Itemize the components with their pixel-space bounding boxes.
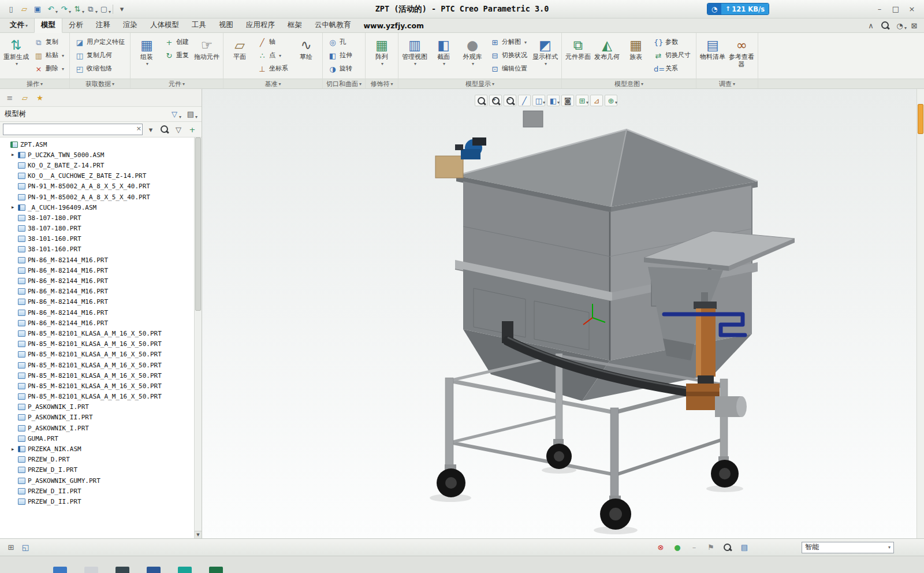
scroll-down-icon[interactable]: ▼ [195,531,202,538]
PN-85_M-82101_KLASA_A_M_16_X_50.PRT[interactable]: PN-85_M-82101_KLASA_A_M_16_X_50.PRT [10,381,193,391]
customize-qat-icon[interactable]: ▾ [116,3,128,15]
3d-model[interactable] [435,111,795,530]
minimize-button[interactable]: – [872,3,887,15]
windows-icon[interactable]: ⧉ [84,3,97,15]
appearance-gallery-button[interactable]: ● 外观库 [459,35,486,77]
close-window-icon[interactable]: ▢ [98,3,110,15]
hole-button[interactable]: ◎ 孔 [325,36,355,49]
PRZEW_D_I.PRT[interactable]: PRZEW_D_I.PRT [10,465,193,475]
capture-icon[interactable]: ◙ [561,95,574,106]
taskbar-app5-icon[interactable] [178,567,192,573]
datum-planes-icon[interactable]: ◧ [547,95,560,106]
PN-86_M-82144_M16.PRT[interactable]: PN-86_M-82144_M16.PRT [10,318,193,328]
component-interface-button[interactable]: ⧉ 元件界面 [564,35,592,77]
PRZEW_D.PRT[interactable]: PRZEW_D.PRT [10,455,193,465]
favorites-icon[interactable]: ★ [33,92,46,103]
PN-85_M-82101_KLASA_A_M_16_X_50.PRT[interactable]: PN-85_M-82101_KLASA_A_M_16_X_50.PRT [10,392,193,402]
expand-arrow-icon[interactable] [10,447,16,452]
tab-model[interactable]: 模型 [34,18,62,33]
group-label-datum[interactable]: 基准 [223,79,322,88]
repeat-button[interactable]: ↻ 重复 [162,50,192,62]
zoom-fit-icon[interactable] [475,95,487,106]
PN-91_M-85002_A_A_8_X_5_X_40.PRT[interactable]: PN-91_M-85002_A_A_8_X_5_X_40.PRT [10,181,193,192]
PN-86_M-82144_M16.PRT[interactable]: PN-86_M-82144_M16.PRT [10,297,193,307]
status-divider[interactable]: – [688,542,701,553]
graphics-area[interactable]: +−╱◫◧◙⊞⊿⊕ [202,89,924,538]
group-label-operations[interactable]: 操作 [0,79,69,88]
taskbar-app1-icon[interactable] [53,567,67,573]
status-dot-icon[interactable]: ● [671,542,684,553]
switch-dims-button[interactable]: ⇄ 切换尺寸 [651,50,694,62]
parameters-button[interactable]: {} 参数 [651,36,694,49]
tree-scrollbar-thumb[interactable] [195,137,201,311]
PN-86_M-82144_M16.PRT[interactable]: PN-86_M-82144_M16.PRT [10,286,193,297]
taskbar-app2-icon[interactable] [84,567,98,573]
_A_CUCH-196409.ASM[interactable]: _A_CUCH-196409.ASM [10,202,193,213]
tab-framework[interactable]: 框架 [281,18,308,32]
PN-86_M-82144_M16.PRT[interactable]: PN-86_M-82144_M16.PRT [10,276,193,286]
plane-button[interactable]: ▱ 平面 [226,35,254,77]
udf-button[interactable]: ◪ 用户定义特征 [72,36,128,49]
bom-button[interactable]: ▤ 物料清单 [699,35,726,77]
PRZEW_D_II.PRT[interactable]: PRZEW_D_II.PRT [10,496,193,507]
tab-render[interactable]: 渲染 [117,18,144,32]
PN-85_M-82101_KLASA_A_M_16_X_50.PRT[interactable]: PN-85_M-82101_KLASA_A_M_16_X_50.PRT [10,370,193,381]
38-107-180.PRT[interactable]: 38-107-180.PRT [10,224,193,234]
panel-handle-icon[interactable]: ≡ [3,92,16,103]
spin-center-icon[interactable]: ⊕ [605,95,617,106]
datum-display-icon[interactable]: ⊞ [576,95,588,106]
copy-geometry-button[interactable]: ◫ 复制几何 [72,50,128,62]
folder-browser-icon[interactable]: ▱ [18,92,31,103]
P_ASKOWNIK_I.PRT[interactable]: P_ASKOWNIK_I.PRT [10,423,193,433]
model-tree-toggle-icon[interactable]: ⊞ [5,542,17,553]
open-icon[interactable]: ▱ [18,3,31,15]
group-label-model-display[interactable]: 模型显示 [398,79,561,88]
search-clear-icon[interactable]: × [136,125,141,132]
command-search-icon[interactable] [879,20,892,31]
zoom-out-icon[interactable]: − [504,95,516,106]
PRZEKA_NIK.ASM[interactable]: PRZEKA_NIK.ASM [10,444,193,454]
taskbar-app3-icon[interactable] [116,567,129,573]
tree-scrollbar[interactable]: ▼ [194,137,202,538]
display-style-button[interactable]: ◩ 显示样式 [531,35,559,77]
redo-icon[interactable]: ↷ [58,3,70,15]
save-icon[interactable]: ▣ [31,3,44,15]
selection-filter-select[interactable]: 智能 [802,542,894,553]
annotation-display-icon[interactable]: ⊿ [590,95,603,106]
expl-view-button[interactable]: ⊞ 分解图 [487,36,530,49]
assemble-button[interactable]: ▦ 组装 [133,35,161,77]
stop-icon[interactable]: ⊗ [654,542,667,553]
point-button[interactable]: ∴ 点 [255,50,291,62]
collapse-ribbon-icon[interactable]: ∧ [865,20,877,31]
ZPT.ASM[interactable]: ZPT.ASM [2,139,193,150]
undo-icon[interactable]: ↶ [44,3,57,15]
group-label-cut-surface[interactable]: 切口和曲面 [323,79,365,88]
caster-wheels[interactable] [437,439,739,530]
filter-icon[interactable]: ▽ [172,124,185,135]
sketch-button[interactable]: ∿ 草绘 [292,35,320,77]
find-icon[interactable] [158,124,171,135]
tree-search-input[interactable] [3,124,143,135]
PN-85_M-82101_KLASA_A_M_16_X_50.PRT[interactable]: PN-85_M-82101_KLASA_A_M_16_X_50.PRT [10,328,193,338]
tab-yunzhongfan[interactable]: 云中帆教育 [308,18,357,32]
csys-button[interactable]: ⊥ 坐标系 [255,63,291,75]
search-model-icon[interactable] [721,542,734,553]
repaint-icon[interactable]: ╱ [518,95,531,106]
group-label-get-data[interactable]: 获取数据 [70,79,130,88]
P_UCZKA_TWN_5000.ASM[interactable]: P_UCZKA_TWN_5000.ASM [10,150,193,160]
flag-icon[interactable]: ⚑ [705,542,717,553]
paste-button[interactable]: ▥ 粘贴 [31,50,67,62]
axis-button[interactable]: ╱ 轴 [255,36,291,49]
tab-website[interactable]: www.yzfjy.com [357,20,431,32]
regenerate-button[interactable]: ⇅ 重新生成 [2,35,30,77]
regenerate-qat-icon[interactable]: ⇅ [71,3,84,15]
KO_O_Z_BATE_Z-14.PRT[interactable]: KO_O_Z_BATE_Z-14.PRT [10,160,193,170]
tab-analysis[interactable]: 分析 [62,18,90,32]
PN-91_M-85002_A_A_8_X_5_X_40.PRT[interactable]: PN-91_M-85002_A_A_8_X_5_X_40.PRT [10,192,193,202]
3d-viewport[interactable] [202,89,924,538]
PN-85_M-82101_KLASA_A_M_16_X_50.PRT[interactable]: PN-85_M-82101_KLASA_A_M_16_X_50.PRT [10,339,193,349]
relations-button[interactable]: d= 关系 [651,63,694,75]
38-101-160.PRT[interactable]: 38-101-160.PRT [10,234,193,244]
tree-filters-icon[interactable]: ▽ [168,109,181,120]
expand-arrow-icon[interactable] [10,205,16,210]
